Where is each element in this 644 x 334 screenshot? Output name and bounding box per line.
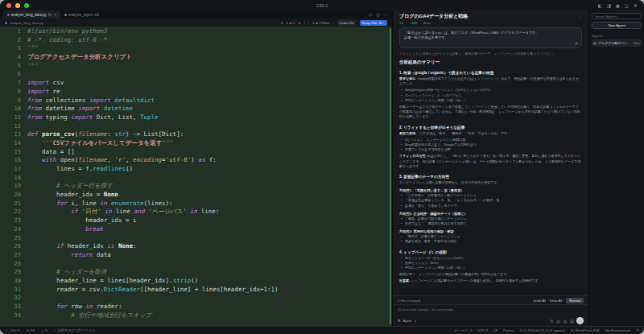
scrollbar-diff-strip[interactable] [390,28,391,324]
code-line[interactable]: 20 header_idx = None [0,191,392,200]
code-line[interactable]: 4ブログアクセスデータ分析スクリプト [0,53,392,62]
message-composer[interactable]: @ to include context, / for commands ⊞ A… [393,304,588,326]
code-line[interactable]: 14 """CSVファイルをパースしてデータを返す""" [0,139,392,148]
code-line[interactable]: 33 for row in reader: [0,303,392,311]
code-line[interactable]: 6 [0,70,392,79]
add-context-icon[interactable]: ⊞ [398,319,401,323]
status-item[interactable]: ↻ [636,328,639,332]
status-item[interactable]: LF [493,328,497,332]
code-token: for [56,303,68,310]
status-item[interactable]: △9 [41,328,47,332]
tab-close-icon[interactable]: × [54,12,56,17]
code-token: reader = csv. [27,286,104,293]
code-line[interactable]: 26 if header_idx is None: [0,242,392,251]
code-line[interactable]: 17 lines = f.readlines() [0,165,392,174]
code-line[interactable]: 13def parse_csv(filename: str) -> List[D… [0,130,392,139]
new-agent-button[interactable]: New Agent [592,22,642,29]
status-item[interactable]: 3.11.9 64-bit ('3.11.9': pyenv) [520,328,565,332]
line-number: 34 [0,311,21,320]
code-line[interactable]: 12 [0,122,392,131]
chevron-down-icon[interactable]: ˅ [414,319,415,323]
status-item[interactable]: Python [503,328,514,332]
panel-toggle-icon[interactable]: ▣ [616,3,620,8]
status-item[interactable]: No Environment [605,328,630,332]
keep-all-button[interactable]: Keep All [550,299,562,303]
code-line[interactable]: 3""" [0,44,392,53]
breadcrumb-more[interactable]: … [49,21,52,25]
tab-analysis-report[interactable]: analysis_report.md [60,10,103,19]
code-line[interactable]: 23 header_idx = i [0,216,392,225]
code-line[interactable]: 19 # ヘッダー行を探す [0,182,392,191]
code-line[interactable]: 7import csv [0,79,392,88]
chat-block-li: 通説を検証、教育・学習方法の検証 [399,239,582,244]
composer-icon[interactable]: ◎ [557,319,560,324]
panel-toggle-icon[interactable]: ◧ [597,3,601,8]
review-button[interactable]: Review [566,298,584,303]
status-item[interactable]: ⊘WordPress支援 [571,328,600,332]
composer-icon[interactable]: ▤ [570,319,574,324]
search-agents-input[interactable] [592,13,642,19]
chat-block-li: 読者が「答え」を求めているテーマ [399,204,582,208]
agent-list-item[interactable]: ▦ ブログのGA4データ… Now [592,39,642,47]
code-line[interactable]: 18 [0,174,392,183]
status-item[interactable]: ✓CSV-3 [5,328,19,332]
prev-file-icon[interactable]: ‹ [308,21,309,25]
code-line[interactable]: 16 with open(filename, 'r', encoding='ut… [0,156,392,165]
user-message[interactable]: 「魔王はかく語りき.csv」は、私のブログ（WordPress / GA4）のア… [399,27,582,48]
code-line[interactable]: 30 header_line = lines[header_idx].strip… [0,277,392,286]
code-line[interactable]: 32 [0,294,392,303]
composer-icon[interactable]: ◎ [564,319,567,324]
code-line[interactable]: 29 # ヘッダーを取得 [0,268,392,277]
keep-file-button[interactable]: Keep File ⌘↵ [360,20,387,26]
chat-meta: 1m · +642 · Auto [399,21,582,25]
code-line[interactable]: 5""" [0,62,392,71]
code-editor[interactable]: 1#!/usr/bin/env python32# -*- coding: ut… [0,27,392,326]
editor-action-icon[interactable]: ⋯ [384,13,388,17]
code-line[interactable]: 2# -*- coding: utf-8 -*- [0,36,392,45]
hunk-down-icon[interactable]: ∨ [298,21,300,25]
line-number: 10 [0,105,21,113]
code-line[interactable]: 10from datetime import datetime [0,105,392,113]
status-item-text: No Environment [605,328,630,332]
undo-all-button[interactable]: Undo All [533,299,546,303]
code-line[interactable]: 21 for i, line in enumerate(lines): [0,200,392,208]
status-item[interactable]: ⊘53 [26,328,35,332]
editor-action-icon[interactable]: ▷ [369,13,372,17]
panel-toggle-icon[interactable]: ◨ [606,3,610,8]
code-line[interactable]: 31 reader = csv.DictReader([header_line]… [0,286,392,295]
code-line[interactable]: 27 return data [0,251,392,260]
code-line[interactable]: 24 break [0,225,392,234]
code-line[interactable]: 25 [0,234,392,243]
status-item[interactable]: スペース: 4 [454,328,473,332]
hunk-position: 1 of 1 [287,21,295,25]
status-item[interactable]: UTF-8 [478,328,488,332]
code-token: re [49,88,60,95]
status-item[interactable]: ◔分析する1つのファイル [54,328,96,332]
code-token: and [134,208,145,215]
panel-toggle-icon[interactable]: ⚙ [634,3,638,8]
editor-action-icon[interactable]: ◫ [376,13,379,17]
code-line[interactable]: 22 if '日付' in line and 'ページパス' in line: [0,208,392,216]
code-line[interactable]: 1#!/usr/bin/env python3 [0,27,392,36]
send-button[interactable]: ↑ [576,317,584,324]
code-line[interactable]: 15 data = [] [0,148,392,157]
agent-profile-selector[interactable]: Agent [403,319,412,323]
breadcrumb[interactable]: analyze_blog_data.py [10,21,43,25]
hunk-up-icon[interactable]: ∧ [281,21,283,25]
code-line[interactable]: 34 # 空行や地域別行をスキップ [0,311,392,320]
code-line[interactable]: 11from typing import Dict, List, Tuple [0,113,392,122]
code-line[interactable]: 8import re [0,88,392,97]
tab-analyze-blog-data[interactable]: analyze_blog_data.py 9+ × [3,10,60,19]
code-line[interactable]: 9from collections import defaultdict [0,97,392,105]
chat-block-p: 改善案: トップページに人気記事やカテゴリーへの導線を追加し、回遊性を高めると効… [399,278,582,283]
retry-icon[interactable]: ↺ [575,41,578,46]
code-token: import [89,97,111,104]
code-text: # 空行や地域別行をスキップ [21,311,151,320]
chat-more-icon[interactable]: ⋯ [578,14,582,19]
code-line[interactable]: 28 [0,260,392,269]
panel-toggle-icon[interactable]: ◲ [625,3,629,8]
editor-pane: analyze_blog_data.py 9+ × analysis_repor… [0,10,393,326]
next-file-icon[interactable]: › [332,21,333,25]
composer-icon[interactable]: ↻ [550,319,553,324]
undo-file-button[interactable]: Undo File [337,20,357,26]
